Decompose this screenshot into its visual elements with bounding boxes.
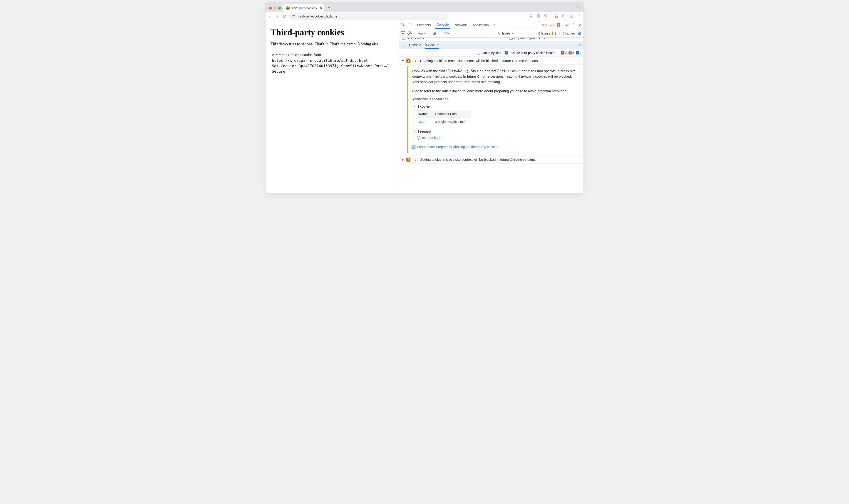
svg-point-7 [579,15,579,16]
devtools-menu-icon[interactable]: ⋮ [572,23,576,27]
svg-rect-10 [409,23,411,25]
drawer-tab-console[interactable]: Console [409,41,421,49]
devtools: Elements Console Network Application » ⊗… [399,21,583,194]
table-row: 3pc x-origin-src.glitch.me/ [417,118,471,126]
hidden-count[interactable]: 3 hidden [563,32,575,35]
issue-title: Setting cookie in cross-site context wil… [420,158,536,161]
include-3p-checkbox[interactable]: Include third-party cookie issues [505,51,555,55]
issue-row-collapsed[interactable]: ▶ ! 1 Setting cookie in cross-site conte… [399,156,583,164]
browser-toolbar: third-party-cookies.glitch.me [266,12,583,21]
warning-icon: ! [406,58,410,62]
drawer-tab-issues[interactable]: Issues ✕ [425,41,439,49]
svg-point-3 [530,15,532,17]
url-text: third-party-cookies.glitch.me [298,15,337,18]
request-link[interactable]: ⟳ set-3pc.html [417,135,579,140]
tab-console[interactable]: Console [435,21,450,29]
issues-link[interactable]: 2 Issues:!2 [538,32,556,35]
close-drawer-icon[interactable]: ✕ [578,42,581,48]
refresh-icon: ⟳ [417,136,420,140]
cookie-url: https://x-origin-src.glitch.me/set-3pc.h… [272,58,394,64]
cookie-domain: x-origin-src.glitch.me/ [433,118,471,126]
inspect-icon[interactable] [401,22,405,27]
issues-list: ▶ ! 1 Reading cookie in cross-site conte… [399,57,583,194]
drawer-menu-icon[interactable]: ⋮ [402,43,405,47]
group-by-kind-checkbox[interactable]: Group by kind [477,51,501,55]
svg-point-2 [293,17,294,17]
side-panel-icon[interactable] [562,14,566,19]
zoom-window-button[interactable] [278,7,281,10]
learn-more-link[interactable]: Learn more: Prepare for phasing out thir… [412,144,579,149]
browser-tab[interactable]: 🍪 Third-party cookies ✕ [283,4,324,12]
live-expression-icon[interactable]: ◉ [433,31,437,36]
tab-strip: 🍪 Third-party cookies ✕ + ⌄ [266,2,583,12]
extensions-icon[interactable] [544,14,548,19]
toggle-sidebar-icon[interactable]: ▶ [401,31,405,35]
disclosure-triangle-icon: ▶ [402,60,405,62]
affected-resources-heading: AFFECTED RESOURCES [412,97,579,102]
more-tabs-icon[interactable]: » [493,22,496,27]
request-subgroup-toggle[interactable]: ▼1 request [413,129,579,134]
labs-icon[interactable] [554,14,559,19]
profile-avatar[interactable] [569,14,574,19]
filter-input[interactable] [442,31,494,36]
cookie-name-link[interactable]: 3pc [417,118,433,126]
attempt-line: Attempting to set a cookie from [272,52,394,58]
favicon-icon: 🍪 [286,6,290,10]
issues-count[interactable]: !2 [557,23,562,26]
console-toolbar: ▶ | top ▼ | ◉ | All levels ▼ 2 Issues:!2… [399,29,583,38]
svg-point-1 [294,16,295,17]
page-heading: Third-party cookies [270,27,394,37]
svg-point-0 [293,15,294,16]
page-intro: This demo tries to set one. That's it. T… [270,42,394,47]
minimize-window-button[interactable] [274,7,277,10]
window-controls [268,7,283,12]
separator [551,14,551,19]
bookmark-icon[interactable] [536,14,541,19]
external-link-icon [412,145,415,149]
back-button[interactable] [268,14,272,18]
issues-filter-bar: Group by kind Include third-party cookie… [399,49,583,57]
issue-count-pill: 1 [413,59,418,62]
svg-point-5 [571,15,572,16]
context-selector[interactable]: top ▼ [417,31,427,36]
reload-button[interactable] [282,14,286,18]
forward-button[interactable] [275,14,279,18]
affected-cookies-table: NameDomain & Path 3pc x-origin-src.glitc… [417,110,471,126]
issue-body-2: Please refer to the article linked to le… [412,88,579,94]
set-cookie-header: Set-Cookie: 3pc=1703240163971; SameSite=… [272,64,394,74]
tab-network[interactable]: Network [453,21,468,29]
site-settings-icon[interactable] [292,15,295,18]
error-count[interactable]: ⊗1 [542,23,547,26]
log-levels-selector[interactable]: All levels ▼ [496,31,515,36]
tab-application[interactable]: Application [471,21,490,29]
th-name: Name [417,110,433,118]
tab-elements[interactable]: Elements [415,21,432,29]
close-devtools-icon[interactable]: ✕ [579,23,582,27]
chrome-menu-icon[interactable] [577,14,581,19]
settings-icon[interactable]: ⚙ [566,23,569,27]
close-window-button[interactable] [269,7,272,10]
close-tab-icon[interactable]: ✕ [320,6,322,10]
page-content: Third-party cookies This demo tries to s… [266,21,399,194]
devtools-tabs: Elements Console Network Application » ⊗… [399,21,583,29]
clear-console-icon[interactable] [407,31,411,35]
device-toggle-icon[interactable] [408,22,412,27]
svg-rect-4 [562,15,565,17]
drawer-tabs: ⋮ Console Issues ✕ ✕ [399,41,583,49]
cookie-subgroup-toggle[interactable]: ▼1 cookie [413,104,579,109]
console-settings-icon[interactable]: ⚙ [578,31,582,36]
svg-point-6 [579,14,579,15]
zoom-icon[interactable] [529,14,533,19]
issue-row-expanded[interactable]: ▶ ! 1 Reading cookie in cross-site conte… [399,57,583,65]
issue-count-pill: 1 [413,158,418,161]
new-tab-button[interactable]: + [326,4,332,11]
issue-detail: Cookies with the SameSite=None; Secure a… [407,66,583,153]
svg-point-8 [579,17,579,17]
browser-window: 🍪 Third-party cookies ✕ + ⌄ third-party-… [266,2,583,194]
warning-count[interactable]: ▲2 [549,23,555,26]
cookie-attempt-block: Attempting to set a cookie from https://… [270,52,394,74]
tab-list-button[interactable]: ⌄ [576,5,580,9]
address-bar[interactable]: third-party-cookies.glitch.me [289,13,448,20]
issues-warn-count: !2 [568,51,574,54]
console-options-row: Hide network Log XMLHttpRequests [399,38,583,41]
